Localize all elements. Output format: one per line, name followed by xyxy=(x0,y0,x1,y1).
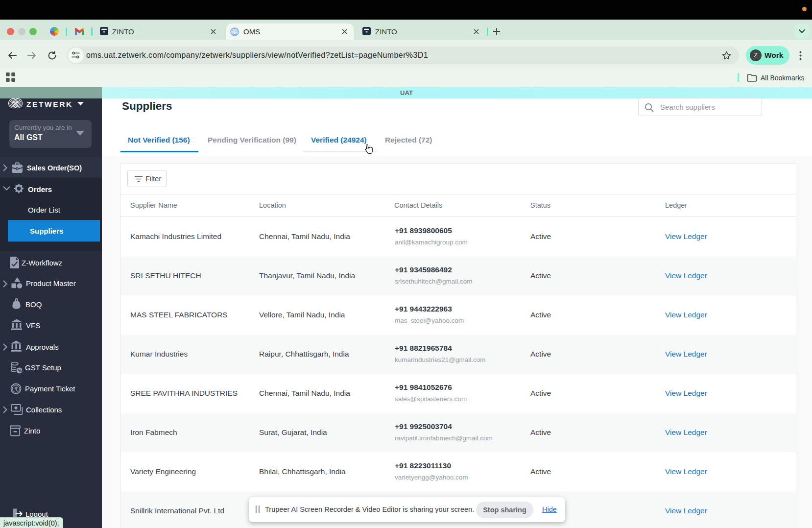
svg-text:₹: ₹ xyxy=(14,386,18,392)
svg-text:%: % xyxy=(18,368,22,373)
